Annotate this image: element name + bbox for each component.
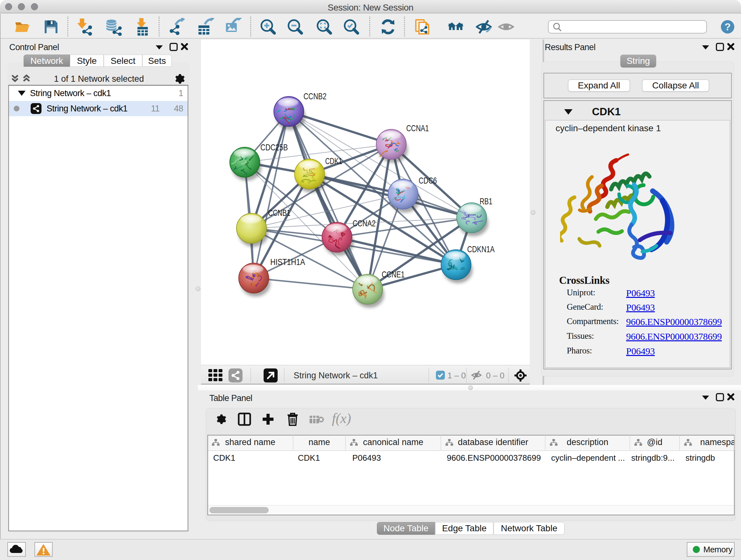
svg-text:CCNB1: CCNB1 xyxy=(268,208,290,218)
svg-text:CDKN1A: CDKN1A xyxy=(467,244,495,254)
svg-text:CCNE1: CCNE1 xyxy=(382,269,405,279)
svg-text:CDC25B: CDC25B xyxy=(260,142,288,152)
svg-text:?: ? xyxy=(724,21,731,33)
svg-text:CDC6: CDC6 xyxy=(419,176,437,186)
svg-text:CCNA1: CCNA1 xyxy=(406,123,429,133)
svg-text:CCNA2: CCNA2 xyxy=(353,219,376,228)
svg-text:CDK1: CDK1 xyxy=(325,156,342,166)
svg-text:HIST1H1A: HIST1H1A xyxy=(270,257,305,267)
svg-text:CCNB2: CCNB2 xyxy=(304,91,327,101)
svg-text:RB1: RB1 xyxy=(480,196,492,206)
